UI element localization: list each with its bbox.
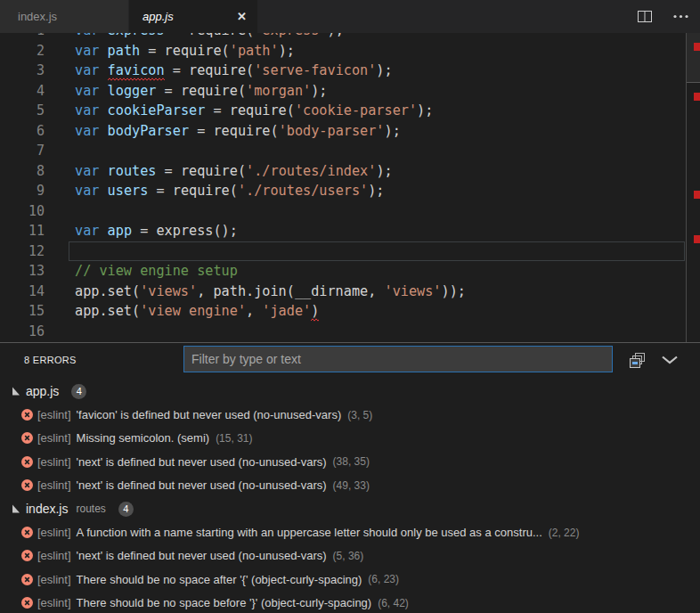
problem-row[interactable]: [eslint]'next' is defined but never used… (0, 474, 700, 497)
line-number: 16 (0, 322, 45, 342)
problem-location: (38, 35) (333, 455, 370, 468)
scrollbar-slider[interactable] (687, 33, 700, 83)
problems-tree: app.js4[eslint]'favicon' is defined but … (0, 380, 700, 613)
code-line[interactable]: 16 (0, 322, 685, 342)
line-number: 11 (0, 221, 45, 241)
code-line[interactable]: 9var users = require('./routes/users'); (0, 181, 685, 201)
editor-scrollbar[interactable] (686, 33, 700, 342)
code-line[interactable]: 11var app = express(); (0, 221, 685, 241)
problem-location: (15, 31) (216, 432, 252, 445)
tab-app-js[interactable]: app.js ✕ (129, 0, 258, 33)
problem-location: (3, 5) (347, 409, 372, 421)
error-ruler-mark (694, 191, 700, 199)
error-icon (21, 527, 33, 538)
close-icon[interactable]: ✕ (237, 10, 247, 23)
problem-location: (2, 22) (549, 527, 580, 539)
line-number: 7 (0, 141, 45, 161)
code-line[interactable]: 6var bodyParser = require('body-parser')… (0, 121, 685, 142)
line-number: 2 (0, 41, 45, 61)
problem-location: (6, 23) (368, 573, 399, 585)
tab-label: index.js (18, 10, 57, 23)
problem-message: 'next' is defined but never used (no-unu… (77, 549, 327, 562)
problem-row[interactable]: [eslint]There should be no space after '… (0, 568, 700, 591)
problems-filter-input[interactable] (183, 346, 613, 372)
error-count-badge: 4 (71, 384, 86, 399)
code-line[interactable]: 15app.set('view engine', 'jade') (0, 301, 685, 322)
problem-message: A function with a name starting with an … (77, 526, 542, 539)
line-number: 14 (0, 282, 45, 302)
error-ruler-mark (694, 43, 700, 51)
line-number: 4 (0, 81, 45, 102)
line-number: 10 (0, 201, 45, 222)
problem-source: [eslint] (37, 596, 71, 609)
problem-row[interactable]: [eslint]Missing semicolon. (semi)(15, 31… (0, 427, 700, 450)
problem-source: [eslint] (37, 573, 71, 586)
error-icon (21, 479, 33, 491)
code-line[interactable]: 5var cookieParser = require('cookie-pars… (0, 101, 685, 121)
line-number: 13 (0, 261, 45, 282)
line-number: 12 (0, 241, 45, 262)
line-number: 5 (0, 101, 45, 121)
chevron-down-icon[interactable] (661, 356, 679, 364)
twistie-expanded-icon[interactable] (12, 504, 20, 513)
problem-row[interactable]: [eslint]There should be no space before … (0, 592, 700, 613)
line-number: 15 (0, 301, 45, 322)
split-editor-icon[interactable] (638, 11, 652, 22)
error-count-label: 8 ERRORS (24, 355, 77, 365)
more-actions-icon[interactable] (673, 14, 688, 19)
code-line[interactable]: 1var express = require('express'); (0, 33, 685, 41)
problem-location: (49, 33) (333, 479, 370, 492)
code-line[interactable]: 10 (0, 201, 685, 222)
code-line[interactable]: 8var routes = require('./routes/index'); (0, 161, 685, 182)
code-line[interactable]: 2var path = require('path'); (0, 41, 685, 61)
code-line[interactable]: 4var logger = require('morgan'); (0, 81, 685, 102)
problems-group-row[interactable]: app.js4 (0, 380, 700, 403)
line-number: 6 (0, 121, 45, 142)
problem-location: (5, 36) (333, 550, 364, 562)
problem-row[interactable]: [eslint]'favicon' is defined but never u… (0, 403, 700, 426)
error-icon (21, 456, 33, 468)
code-line[interactable]: 12 (0, 241, 685, 262)
problems-panel: 8 ERRORS app.js4[eslint]'favicon' is def… (0, 342, 700, 613)
error-icon (21, 409, 33, 421)
code-line[interactable]: 7 (0, 141, 685, 161)
problem-location: (6, 42) (378, 597, 409, 609)
line-number: 9 (0, 181, 45, 201)
problem-row[interactable]: [eslint]'next' is defined but never used… (0, 450, 700, 473)
error-count-badge: 4 (118, 502, 134, 517)
line-number: 3 (0, 61, 45, 81)
tab-index-js[interactable]: index.js (0, 0, 129, 33)
error-ruler-mark (694, 93, 700, 101)
error-icon (21, 550, 33, 561)
problem-source: [eslint] (37, 526, 71, 539)
problem-message: 'favicon' is defined but never used (no-… (77, 408, 342, 421)
problem-message: 'next' is defined but never used (no-unu… (77, 478, 327, 492)
error-icon (21, 574, 33, 585)
problem-source: [eslint] (37, 408, 71, 421)
code-line[interactable]: 13// view engine setup (0, 261, 685, 282)
problems-header: 8 ERRORS (0, 343, 700, 380)
twistie-expanded-icon[interactable] (12, 387, 20, 396)
code-editor[interactable]: 1var express = require('express');2var p… (0, 33, 700, 342)
problem-source: [eslint] (37, 455, 71, 469)
problem-message: 'next' is defined but never used (no-unu… (77, 455, 327, 469)
editor-actions (638, 0, 700, 33)
code-line[interactable]: 3var favicon = require('serve-favicon'); (0, 61, 685, 81)
error-squiggle-icon (311, 318, 319, 322)
problem-row[interactable]: [eslint]A function with a name starting … (0, 520, 700, 544)
collapse-all-icon[interactable] (629, 353, 646, 368)
editor-tab-bar: index.js app.js ✕ (0, 0, 700, 33)
problems-file-path: routes (76, 503, 105, 515)
problem-message: Missing semicolon. (semi) (77, 431, 210, 445)
error-icon (21, 432, 33, 444)
error-squiggle-icon (108, 78, 165, 81)
code-line[interactable]: 14app.set('views', path.join(__dirname, … (0, 282, 685, 302)
vscode-window: index.js app.js ✕ 1var express = require… (0, 0, 700, 613)
problems-group-row[interactable]: index.jsroutes4 (0, 497, 700, 520)
error-ruler-mark (694, 235, 700, 243)
line-number: 8 (0, 161, 45, 182)
problem-row[interactable]: [eslint]'next' is defined but never used… (0, 544, 700, 568)
problems-file-name: index.js (26, 502, 68, 516)
error-icon (21, 597, 33, 609)
problem-source: [eslint] (37, 431, 71, 445)
